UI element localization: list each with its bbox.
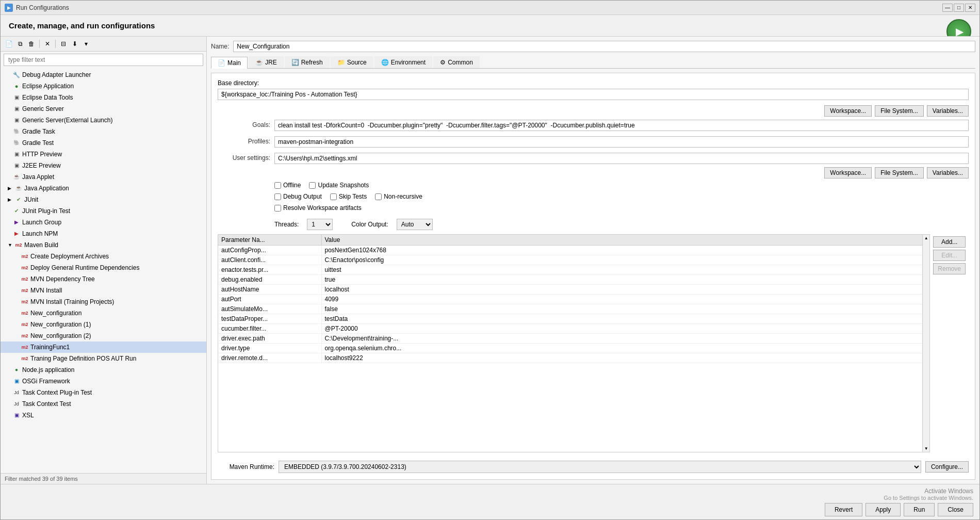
param-row-autPort[interactable]: autPort 4099 [218,295,922,304]
debug-output-checkbox-label[interactable]: Debug Output [274,193,322,200]
param-row-debug-enabled[interactable]: debug.enabled true [218,275,922,285]
param-row-driver-type[interactable]: driver.type org.openqa.selenium.chro... [218,344,922,353]
tree-item-xsl[interactable]: ▣ XSL [1,410,206,421]
tree-item-osgi[interactable]: ▣ OSGi Framework [1,376,206,387]
maximize-button[interactable]: □ [954,4,964,12]
tree-item-task-context-plugin[interactable]: Jd Task Context Plug-in Test [1,387,206,398]
debug-output-checkbox[interactable] [274,193,281,200]
tree-item-j2ee[interactable]: ▣ J2EE Preview [1,160,206,171]
user-settings-label: User settings: [218,153,274,161]
tree-item-label: Debug Adapter Launcher [22,70,91,79]
param-row-testDataProper[interactable]: testDataProper... testData [218,314,922,324]
duplicate-button[interactable]: ⧉ [15,39,25,49]
tree-item-generic-server[interactable]: ▣ Generic Server [1,103,206,115]
non-recursive-checkbox-label[interactable]: Non-recursive [375,193,422,200]
add-param-button[interactable]: Add... [933,236,966,248]
tab-environment[interactable]: 🌐 Environment [374,56,432,68]
tree-item-eclipse-app[interactable]: ● Eclipse Application [1,80,206,92]
tree-item-java-app[interactable]: ▶ ☕ Java Application [1,183,206,194]
tree-item-eclipse-data[interactable]: ▣ Eclipse Data Tools [1,92,206,103]
close-bottom-button[interactable]: Close [938,503,973,516]
maven-runtime-select[interactable]: EMBEDDED (3.9.7/3.9.700.20240602-2313) [279,461,921,473]
offline-checkbox[interactable] [274,182,281,189]
tree-item-training-page[interactable]: m2 Traning Page Definition POS AUT Run [1,353,206,364]
color-output-select[interactable]: Auto On Off [397,219,433,230]
config-name-input[interactable] [233,41,975,52]
tab-jre[interactable]: ☕ JRE [249,56,284,68]
workspace-button-1[interactable]: Workspace... [824,105,872,117]
tree-item-generic-server-ext[interactable]: ▣ Generic Server(External Launch) [1,115,206,126]
color-output-label: Color Output: [351,221,388,228]
filter-button[interactable]: ⊟ [58,39,69,49]
profiles-input[interactable] [274,136,969,148]
resolve-workspace-checkbox-label[interactable]: Resolve Workspace artifacts [274,204,362,212]
variables-button-2[interactable]: Variables... [927,167,969,178]
user-settings-input[interactable] [274,153,969,164]
tab-common[interactable]: ⚙ Common [433,56,480,68]
tree-item-mvn-dep-tree[interactable]: m2 MVN Dependency Tree [1,273,206,285]
tree-item-gradle-task[interactable]: 🐘 Gradle Task [1,126,206,137]
non-recursive-checkbox[interactable] [375,193,382,200]
param-row-driver-exec[interactable]: driver.exec.path C:\Development\training… [218,334,922,344]
revert-button[interactable]: Revert [825,503,862,516]
close-button[interactable]: ✕ [965,4,975,12]
tree-item-training-func1[interactable]: m2 TrainingFunc1 [1,342,206,353]
remove-param-button[interactable]: Remove [933,263,966,274]
filter-input[interactable] [4,54,203,66]
offline-checkbox-label[interactable]: Offline [274,182,301,189]
param-row-autHostName[interactable]: autHostName localhost [218,285,922,295]
tab-main[interactable]: 📄 Main [211,57,248,69]
tree-item-junit[interactable]: ▶ ✔ JUnit [1,194,206,205]
tree-item-java-applet[interactable]: ☕ Java Applet [1,171,206,183]
menu-button[interactable]: ▾ [81,39,91,49]
tree-item-launch-npm[interactable]: ▶ Launch NPM [1,228,206,239]
tree-item-junit-plugin[interactable]: ✔ JUnit Plug-in Test [1,205,206,217]
skip-tests-checkbox[interactable] [330,193,337,200]
base-directory-input[interactable] [218,89,969,100]
file-system-button-1[interactable]: File System... [875,105,924,117]
tree-item-nodejs[interactable]: ● Node.js application [1,364,206,376]
tree-item-task-context-test[interactable]: Jd Task Context Test [1,398,206,410]
threads-select[interactable]: 1 2 4 [307,219,333,230]
update-snapshots-checkbox-label[interactable]: Update Snapshots [309,182,369,189]
tree-item-maven-build[interactable]: ▼ m2 Maven Build [1,239,206,251]
tree-item-launch-group[interactable]: ▶ Launch Group [1,217,206,228]
param-row-cucumber-filter[interactable]: cucumber.filter... @PT-20000 [218,324,922,334]
tree-item-new-config-1[interactable]: m2 New_configuration (1) [1,319,206,330]
tree-item-gradle-test[interactable]: 🐘 Gradle Test [1,137,206,149]
param-row-enactor[interactable]: enactor.tests.pr... uittest [218,265,922,275]
tree-item-deploy-general[interactable]: m2 Deploy General Runtime Dependencies [1,262,206,273]
param-row-autClient[interactable]: autClient.confi... C:\Enactor\pos\config [218,255,922,265]
remove-button[interactable]: ✕ [42,39,53,49]
param-row-driver-remote[interactable]: driver.remote.d... localhost9222 [218,353,922,363]
run-bottom-button[interactable]: Run [904,503,935,516]
base-directory-section: Base directory: Workspace... File System… [218,79,969,117]
tree-item-new-config[interactable]: m2 New_configuration [1,307,206,319]
apply-button[interactable]: Apply [865,503,901,516]
param-row-autConfigProp[interactable]: autConfigProp... posNextGen1024x768 [218,246,922,255]
tree-item-new-config-2[interactable]: m2 New_configuration (2) [1,330,206,342]
skip-tests-checkbox-label[interactable]: Skip Tests [330,193,367,200]
delete-button[interactable]: 🗑 [26,39,37,49]
scrollbar[interactable]: ▲ ▼ [923,234,930,452]
param-table-scroll[interactable]: Parameter Na... Value autConfigProp... p… [218,235,922,452]
resolve-workspace-checkbox[interactable] [274,205,281,212]
tree-item-debug-adapter[interactable]: 🔧 Debug Adapter Launcher [1,69,206,80]
tree-item-http-preview[interactable]: ▣ HTTP Preview [1,149,206,160]
edit-param-button[interactable]: Edit... [933,250,966,261]
goals-input[interactable] [274,120,969,131]
collapse-button[interactable]: ⬇ [70,39,80,49]
minimize-button[interactable]: — [942,4,953,12]
tree-item-mvn-install-training[interactable]: m2 MVN Install (Training Projects) [1,296,206,307]
tree-item-mvn-install[interactable]: m2 MVN Install [1,285,206,296]
configure-maven-button[interactable]: Configure... [925,461,969,473]
param-row-autSimulateMo[interactable]: autSimulateMo... false [218,304,922,314]
tab-source[interactable]: 📁 Source [331,56,373,68]
file-system-button-2[interactable]: File System... [875,167,924,178]
workspace-button-2[interactable]: Workspace... [824,167,872,178]
update-snapshots-checkbox[interactable] [309,182,316,189]
new-config-button[interactable]: 📄 [4,39,14,49]
tree-item-create-deployment[interactable]: m2 Create Deployment Archives [1,251,206,262]
tab-refresh[interactable]: 🔄 Refresh [285,56,330,68]
variables-button-1[interactable]: Variables... [927,105,969,117]
